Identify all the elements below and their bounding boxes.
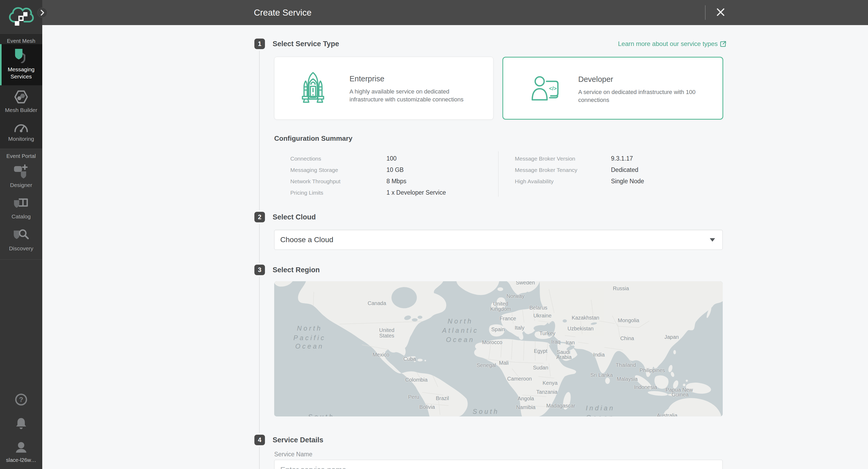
summary-value: 8 Mbps [386,178,406,185]
notifications-button[interactable] [13,417,29,431]
sidebar-item-designer[interactable]: Designer [0,159,42,192]
map-label: Tanzania [536,389,557,395]
sidebar-item-discovery[interactable]: Discovery [0,224,42,256]
summary-divider [498,151,498,197]
map-label: Morocco [482,339,502,345]
sidebar-expand-button[interactable] [37,8,47,18]
map-label: North [448,317,473,325]
sidebar-item-label: Discovery [2,245,41,252]
map-label: Cuba [403,356,416,362]
cloud-select[interactable]: Choose a Cloud [274,230,723,250]
service-type-card-enterprise[interactable]: Enterprise A highly available service on… [274,57,493,120]
designer-icon [13,164,29,179]
svg-text:</>: </> [549,86,557,91]
map-label: Indonesia [634,384,657,390]
region-map[interactable]: NorthPacificOceanNorthAtlanticOceanIndia… [274,281,723,416]
map-label: Canada [368,300,386,306]
map-label: Sudan [533,365,548,371]
create-service-screen: Event Mesh Messaging Services Mesh Build… [0,0,868,469]
sidebar-footer: ? slace-l26w… [0,394,42,469]
map-label: Japan [664,334,679,340]
step2-badge: 2 [254,212,265,222]
map-label: Ocean [446,336,475,343]
map-label: China [620,335,634,341]
catalog-icon [13,197,29,210]
gauge-icon [13,122,29,132]
map-label: Guinea [672,392,689,398]
section-label-event-portal: Event Portal [0,149,42,159]
step3-badge: 3 [254,264,265,275]
summary-label: Pricing Limits [290,190,323,196]
summary-value: Single Node [611,178,644,185]
map-label: Philippines [640,367,665,373]
map-label: Iran [565,340,575,346]
step3-title: Select Region [273,264,320,275]
map-label: Italy [515,325,524,331]
map-label: Kenya [542,380,558,386]
username-label: slace-l26w… [0,455,42,469]
chevron-down-icon [710,238,715,242]
map-label: South [472,407,499,415]
summary-value: Dedicated [611,166,639,174]
map-label: Malaysia [617,376,638,382]
service-type-card-developer[interactable]: </> Developer A service on dedicated inf… [502,57,723,120]
help-button[interactable]: ? [13,394,29,406]
learn-more-link[interactable]: Learn more about our service types [618,40,726,48]
active-indicator [0,44,2,85]
app-logo[interactable] [0,0,42,34]
shield-icon [13,48,29,63]
summary-value: 9.3.1.17 [611,155,633,162]
map-label: Australia [657,412,678,416]
service-name-input[interactable] [274,460,723,469]
summary-value: 100 [386,155,397,162]
map-label: Uzbekistan [567,325,593,332]
map-label: Belarus [529,305,547,311]
map-label: Spain [491,326,505,333]
dialog-header: Create Service [42,0,868,25]
map-label: Ocean [295,343,324,350]
header-divider [705,5,706,20]
sidebar-item-mesh-builder[interactable]: Mesh Builder [0,85,42,117]
sidebar-item-label: Designer [2,181,41,189]
close-icon [715,7,726,18]
step-connector [259,447,260,469]
sidebar-item-label: Monitoring [2,135,41,142]
map-label: Senegal [476,362,496,368]
map-label: Turkey [539,330,555,336]
sidebar-item-monitoring[interactable]: Monitoring [0,117,42,146]
service-name-label: Service Name [274,451,312,458]
map-label: Thailand [616,362,636,368]
map-label: Kingdom [490,306,511,312]
map-label: Indian [586,404,615,412]
rocket-icon [301,71,325,105]
discovery-icon [13,228,30,242]
developer-icon: </> [530,75,559,101]
section-label-event-mesh: Event Mesh [0,34,42,44]
map-label: Angola [518,395,534,401]
map-labels: NorthPacificOceanNorthAtlanticOceanIndia… [274,281,723,416]
map-label: Russia [613,285,629,291]
close-button[interactable] [712,4,729,21]
step4-title: Service Details [273,435,323,445]
summary-label: High Availability [515,178,554,185]
page-title: Create Service [254,0,311,25]
summary-value: 10 GB [386,166,404,174]
sidebar-item-catalog[interactable]: Catalog [0,192,42,224]
map-label: Mexico [372,351,389,357]
chevron-right-icon [40,10,44,15]
sidebar-item-messaging-services[interactable]: Messaging Services [0,44,42,85]
svg-text:?: ? [19,396,23,404]
map-label: Atlantic [442,327,478,334]
map-label: Ukraine [533,313,552,319]
user-menu-button[interactable] [13,441,29,455]
summary-label: Network Throughput [290,178,340,185]
map-label: North [297,324,322,332]
map-label: Peru [408,394,419,400]
card-description-enterprise: A highly available service on dedicated … [349,88,482,103]
map-label: Bolivia [420,404,435,410]
step4-badge: 4 [254,435,265,445]
configuration-summary-title: Configuration Summary [274,134,352,143]
card-title-enterprise: Enterprise [349,74,384,83]
sidebar-section-event-portal: Event Portal Designer Catalog [0,149,42,259]
map-label: States [379,333,394,339]
